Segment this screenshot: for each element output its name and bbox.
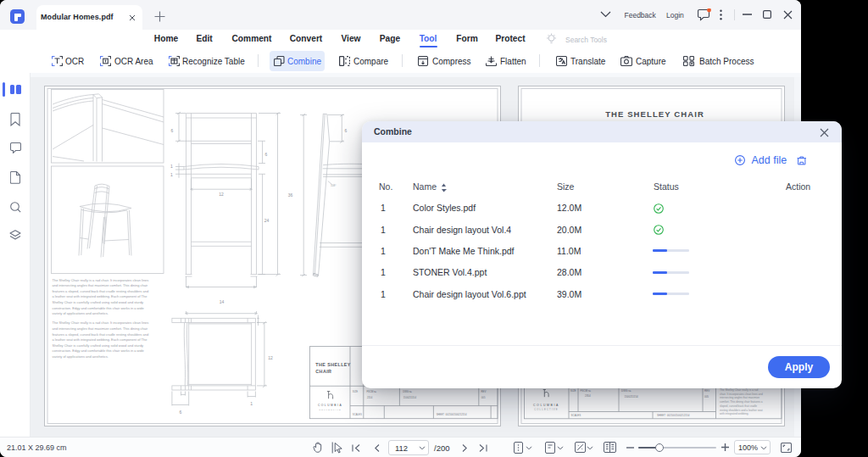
svg-text:REV: REV	[481, 390, 487, 393]
svg-text:SCALES: SCALES	[353, 413, 362, 416]
svg-text:DWG №: DWG №	[403, 390, 412, 393]
svg-text:24: 24	[264, 218, 270, 223]
svg-text:SCALES: SCALES	[571, 414, 581, 417]
svg-text:variety of applications and ae: variety of applications and aesthetics.	[53, 354, 108, 359]
svg-text:resting shoulders and a leathe: resting shoulders and a leather seat	[720, 409, 763, 412]
svg-text:construction. Edgy and comfort: construction. Edgy and comfortable this …	[53, 348, 145, 353]
svg-text:FSCM №: FSCM №	[366, 390, 376, 393]
svg-text:construction. Edgy and comfort: construction. Edgy and comfortable this …	[53, 306, 145, 310]
svg-text:features a sloped, curved back: features a sloped, curved back that crad…	[53, 289, 149, 293]
svg-text:a leather seat with integrated: a leather seat with integrated webbing. …	[53, 337, 148, 342]
svg-text:SHEET 0021001500212154: SHEET 0021001500212154	[657, 414, 690, 417]
svg-text:1: 1	[170, 164, 173, 169]
svg-text:SIZE: SIZE	[570, 389, 576, 393]
svg-text:6: 6	[179, 410, 181, 415]
svg-text:SHEET 0021001500212154: SHEET 0021001500212154	[437, 413, 467, 416]
svg-text:variety of applications and ae: variety of applications and aesthetics.	[53, 311, 108, 315]
svg-text:1: 1	[170, 172, 173, 177]
svg-text:THE SHELLEY: THE SHELLEY	[315, 362, 351, 367]
svg-text:1500211154: 1500211154	[403, 396, 417, 399]
svg-text:12: 12	[219, 192, 224, 197]
svg-text:chair. It incorporates clean l: chair. It incorporates clean lines and	[720, 393, 763, 396]
svg-text:2154: 2154	[367, 396, 373, 399]
svg-text:1: 1	[250, 401, 253, 406]
svg-text:COLLECTIVE: COLLECTIVE	[534, 408, 559, 411]
svg-text:36: 36	[288, 192, 293, 198]
svg-text:comfort. This dining chair fea: comfort. This dining chair features a	[720, 400, 763, 404]
svg-text:14: 14	[220, 299, 225, 304]
svg-text:6: 6	[171, 128, 174, 133]
svg-text:COLLECTIVE: COLLECTIVE	[319, 409, 342, 411]
svg-text:The Shelley Chair really is a: The Shelley Chair really is a rad chair.…	[53, 320, 149, 325]
svg-text:Shelley Chair is carefully cra: Shelley Chair is carefully crafted using…	[53, 300, 144, 304]
svg-text:and intersecting angles that m: and intersecting angles that maximize co…	[53, 326, 148, 331]
svg-text:features a sloped, curved back: features a sloped, curved back that crad…	[53, 332, 149, 337]
svg-text:2354: 2354	[585, 394, 591, 398]
svg-text:sloped, curved back that cradl: sloped, curved back that cradle	[720, 404, 757, 408]
svg-text:DWG №: DWG №	[621, 389, 632, 393]
svg-text:1500211154: 1500211154	[625, 395, 639, 398]
svg-text:with integrated webbing.: with integrated webbing.	[720, 412, 748, 415]
svg-text:THE SHELLEY CHAIR: THE SHELLEY CHAIR	[605, 109, 704, 119]
svg-text:CHAIR: CHAIR	[315, 369, 331, 374]
svg-text:6: 6	[344, 128, 347, 133]
svg-text:intersecting angles that maxim: intersecting angles that maximize	[720, 396, 760, 399]
svg-text:COLUMBIA: COLUMBIA	[318, 404, 342, 407]
svg-text:COLUMBIA: COLUMBIA	[533, 404, 559, 407]
svg-text:The Shelley Chair really is a: The Shelley Chair really is a rad	[720, 388, 758, 392]
svg-text:FSCM №: FSCM №	[581, 389, 592, 393]
svg-text:REV: REV	[704, 389, 709, 393]
svg-text:005: 005	[481, 396, 486, 399]
svg-text:SIZE: SIZE	[353, 390, 358, 393]
svg-text:and intersecting angles that m: and intersecting angles that maximize co…	[53, 283, 148, 287]
svg-text:12: 12	[268, 355, 273, 360]
svg-text:a leather seat with integrated: a leather seat with integrated webbing. …	[53, 294, 148, 298]
svg-text:Shelley Chair is carefully cra: Shelley Chair is carefully crafted using…	[53, 343, 144, 348]
svg-text:6: 6	[265, 152, 268, 157]
svg-text:108°: 108°	[331, 184, 337, 187]
svg-text:005: 005	[704, 395, 709, 398]
svg-text:The Shelley Chair really is a: The Shelley Chair really is a rad chair.…	[53, 278, 149, 282]
